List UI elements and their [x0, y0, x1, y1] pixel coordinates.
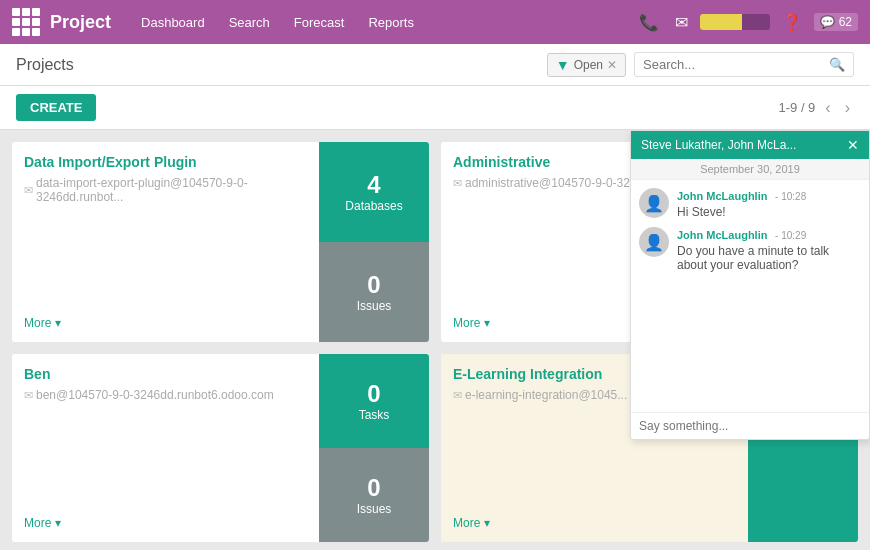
progress-fill: [700, 14, 742, 30]
chat-input-area: [631, 412, 869, 439]
chat-badge[interactable]: 💬 62: [814, 13, 858, 31]
email-icon-2: [453, 176, 462, 190]
email-icon-3: [24, 388, 33, 402]
nav-search[interactable]: Search: [219, 9, 280, 36]
subheader: Projects ▼ Open ✕ 🔍: [0, 44, 870, 86]
pagination-text: 1-9 / 9: [778, 100, 815, 115]
stat-issues-1: 0 Issues: [319, 242, 429, 342]
prev-page-button[interactable]: ‹: [821, 97, 834, 119]
chat-text-2: Do you have a minute to talk about your …: [677, 244, 861, 272]
nav-reports[interactable]: Reports: [358, 9, 424, 36]
project-more-4[interactable]: More ▾: [453, 508, 736, 530]
search-button[interactable]: 🔍: [829, 57, 845, 72]
chat-message-1: 👤 John McLaughlin - 10:28 Hi Steve!: [639, 188, 861, 219]
subheader-right: ▼ Open ✕ 🔍: [547, 52, 854, 77]
project-card-1-stats: 4 Databases 0 Issues: [319, 142, 429, 342]
filter-icon: ▼: [556, 57, 570, 73]
chat-text-1: Hi Steve!: [677, 205, 861, 219]
project-card-3-stats: 0 Tasks 0 Issues: [319, 354, 429, 542]
filter-label: Open: [574, 58, 603, 72]
chat-avatar-2: 👤: [639, 227, 669, 257]
email-icon[interactable]: ✉: [671, 9, 692, 36]
nav-forecast[interactable]: Forecast: [284, 9, 355, 36]
chat-bubble-2: John McLaughlin - 10:29 Do you have a mi…: [677, 227, 861, 272]
email-icon-1: [24, 183, 33, 197]
chat-message-2: 👤 John McLaughlin - 10:29 Do you have a …: [639, 227, 861, 272]
chat-messages: 👤 John McLaughlin - 10:28 Hi Steve! 👤 Jo…: [631, 180, 869, 412]
stat-issues-3: 0 Issues: [319, 448, 429, 542]
stat-databases: 4 Databases: [319, 142, 429, 242]
search-input[interactable]: [643, 57, 829, 72]
project-card-3: Ben ben@104570-9-0-3246dd.runbot6.odoo.c…: [12, 354, 429, 542]
page-title: Projects: [16, 56, 74, 74]
phone-icon[interactable]: 📞: [635, 9, 663, 36]
project-card-1: Data Import/Export Plugin data-import-ex…: [12, 142, 429, 342]
chat-time-2: - 10:29: [775, 230, 806, 241]
chat-date: September 30, 2019: [631, 159, 869, 180]
nav-links: Dashboard Search Forecast Reports: [131, 9, 635, 36]
project-card-3-left: Ben ben@104570-9-0-3246dd.runbot6.odoo.c…: [12, 354, 319, 542]
email-icon-4: [453, 388, 462, 402]
chat-close-button[interactable]: ✕: [847, 137, 859, 153]
stat-tasks: 0 Tasks: [319, 354, 429, 448]
chat-bubble-1: John McLaughlin - 10:28 Hi Steve!: [677, 188, 861, 219]
project-title-1[interactable]: Data Import/Export Plugin: [24, 154, 307, 170]
projects-grid: Data Import/Export Plugin data-import-ex…: [0, 130, 870, 550]
create-button[interactable]: CREATE: [16, 94, 96, 121]
project-title-3[interactable]: Ben: [24, 366, 307, 382]
help-icon[interactable]: ❓: [778, 9, 806, 36]
chat-title: Steve Lukather, John McLa...: [641, 138, 796, 152]
chat-avatar-1: 👤: [639, 188, 669, 218]
project-email-3: ben@104570-9-0-3246dd.runbot6.odoo.com: [24, 388, 307, 402]
project-more-1[interactable]: More ▾: [24, 308, 307, 330]
chat-popup: Steve Lukather, John McLa... ✕ September…: [630, 130, 870, 440]
progress-bar: [700, 14, 770, 30]
brand-name: Project: [50, 12, 111, 33]
filter-tag[interactable]: ▼ Open ✕: [547, 53, 626, 77]
next-page-button[interactable]: ›: [841, 97, 854, 119]
filter-close-icon[interactable]: ✕: [607, 58, 617, 72]
pagination: 1-9 / 9 ‹ ›: [778, 97, 854, 119]
navbar: Project Dashboard Search Forecast Report…: [0, 0, 870, 44]
chat-time-1: - 10:28: [775, 191, 806, 202]
chat-header: Steve Lukather, John McLa... ✕: [631, 131, 869, 159]
navbar-right: 📞 ✉ ❓ 💬 62: [635, 9, 858, 36]
project-card-1-left: Data Import/Export Plugin data-import-ex…: [12, 142, 319, 342]
chat-input[interactable]: [639, 419, 861, 433]
toolbar: CREATE 1-9 / 9 ‹ ›: [0, 86, 870, 130]
project-more-3[interactable]: More ▾: [24, 508, 307, 530]
search-box[interactable]: 🔍: [634, 52, 854, 77]
project-email-1: data-import-export-plugin@104570-9-0-324…: [24, 176, 307, 204]
apps-grid-icon[interactable]: [12, 8, 40, 36]
nav-dashboard[interactable]: Dashboard: [131, 9, 215, 36]
